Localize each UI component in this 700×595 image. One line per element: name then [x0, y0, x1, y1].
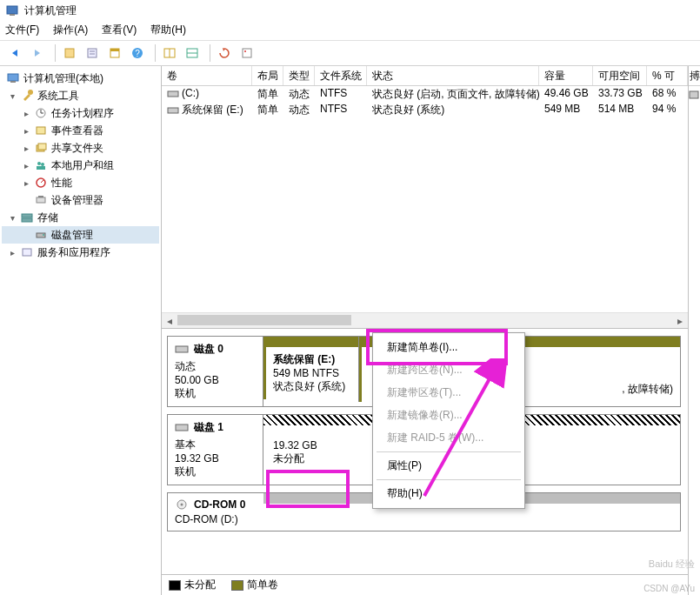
- legend: 未分配 简单卷: [162, 574, 688, 595]
- legend-swatch-simple: [231, 580, 243, 591]
- collapse-icon[interactable]: ▾: [7, 213, 17, 223]
- ctx-new-striped-volume: 新建带区卷(T)...: [375, 382, 523, 404]
- svg-line-29: [41, 180, 43, 183]
- partition-e[interactable]: 系统保留 (E:) 549 MB NTFS 状态良好 (系统): [263, 347, 358, 399]
- drive-icon: [167, 89, 179, 99]
- scroll-right-icon[interactable]: ▸: [672, 313, 688, 328]
- col-volume[interactable]: 卷: [162, 66, 252, 85]
- col-fs[interactable]: 文件系统: [315, 66, 367, 85]
- menu-view[interactable]: 查看(V): [102, 23, 137, 37]
- svg-rect-39: [176, 346, 188, 352]
- ctx-new-raid5-volume: 新建 RAID-5 卷(W)...: [375, 427, 523, 449]
- tree-services-apps[interactable]: ▸服务和应用程序: [2, 244, 159, 261]
- content-panel: 卷 布局 类型 文件系统 状态 容量 可用空间 % 可 (C:) 简单 动态 N…: [162, 66, 688, 595]
- table-header[interactable]: 卷 布局 类型 文件系统 状态 容量 可用空间 % 可: [162, 66, 688, 86]
- table-row[interactable]: (C:) 简单 动态 NTFS 状态良好 (启动, 页面文件, 故障转储) 49…: [162, 86, 688, 102]
- tree-shared-folders[interactable]: ▸共享文件夹: [2, 139, 159, 157]
- col-layout[interactable]: 布局: [252, 66, 283, 85]
- folders-icon: [34, 141, 48, 155]
- window-title: 计算机管理: [24, 3, 77, 18]
- svg-rect-24: [38, 144, 46, 150]
- refresh-button[interactable]: [215, 43, 234, 63]
- cdrom-icon: [175, 498, 189, 511]
- tree-system-tools[interactable]: ▾系统工具: [2, 87, 159, 104]
- expand-icon[interactable]: ▸: [21, 161, 31, 170]
- col-type[interactable]: 类型: [283, 66, 315, 85]
- actions-item[interactable]: [689, 90, 700, 105]
- svg-point-18: [28, 90, 33, 95]
- help-button[interactable]: ?: [128, 43, 147, 63]
- perf-icon: [34, 176, 48, 190]
- services-icon: [20, 245, 34, 259]
- col-capacity[interactable]: 容量: [539, 66, 593, 85]
- tree-root[interactable]: 计算机管理(本地): [2, 70, 159, 87]
- ctx-new-simple-volume[interactable]: 新建简单卷(I)...: [375, 337, 523, 358]
- expand-icon[interactable]: ▸: [21, 144, 31, 153]
- disk-icon: [175, 344, 189, 356]
- svg-rect-37: [168, 91, 178, 97]
- col-free[interactable]: 可用空间: [593, 66, 647, 85]
- tree-device-manager[interactable]: 设备管理器: [2, 191, 159, 209]
- horiz-scrollbar[interactable]: ◂ ▸: [162, 312, 688, 328]
- volume-table: 卷 布局 类型 文件系统 状态 容量 可用空间 % 可 (C:) 简单 动态 N…: [162, 66, 688, 329]
- svg-rect-14: [243, 49, 251, 57]
- csdn-watermark: CSDN @AYu: [643, 584, 695, 593]
- device-icon: [34, 193, 48, 207]
- svg-rect-7: [110, 49, 119, 51]
- expand-icon[interactable]: ▸: [21, 126, 31, 136]
- col-pct[interactable]: % 可: [647, 66, 688, 85]
- expand-icon[interactable]: ▸: [21, 178, 31, 188]
- tree-disk-mgmt[interactable]: 磁盘管理: [2, 226, 159, 244]
- menu-help[interactable]: 帮助(H): [150, 23, 186, 37]
- menu-file[interactable]: 文件(F): [5, 23, 39, 37]
- scroll-thumb[interactable]: [177, 313, 672, 328]
- nav-tree[interactable]: 计算机管理(本地) ▾系统工具 ▸任务计划程序 ▸事件查看器 ▸共享文件夹 ▸本…: [0, 66, 162, 595]
- svg-text:?: ?: [135, 49, 140, 58]
- collapse-icon[interactable]: ▾: [7, 91, 17, 101]
- table-body[interactable]: (C:) 简单 动态 NTFS 状态良好 (启动, 页面文件, 故障转储) 49…: [162, 86, 688, 312]
- context-menu: 新建简单卷(I)... 新建跨区卷(N)... 新建带区卷(T)... 新建镜像…: [372, 332, 525, 509]
- tool-btn-1[interactable]: [60, 43, 79, 63]
- storage-icon: [20, 211, 34, 224]
- tool-btn-3[interactable]: [105, 43, 124, 63]
- ctx-new-spanned-volume: 新建跨区卷(N)...: [375, 359, 523, 381]
- app-icon: [5, 3, 19, 17]
- ctx-separator: [377, 451, 521, 452]
- svg-rect-27: [37, 166, 45, 170]
- col-actions[interactable]: 搏: [689, 66, 700, 86]
- tree-local-users[interactable]: ▸本地用户和组: [2, 157, 159, 174]
- svg-point-15: [244, 50, 246, 52]
- tool-btn-props[interactable]: [237, 43, 257, 63]
- wrench-icon: [20, 89, 34, 103]
- tree-storage[interactable]: ▾存储: [2, 209, 159, 226]
- svg-rect-36: [23, 249, 31, 256]
- scroll-left-icon[interactable]: ◂: [162, 313, 177, 328]
- ctx-properties[interactable]: 属性(P): [375, 455, 523, 477]
- clock-icon: [34, 106, 48, 120]
- svg-point-25: [37, 162, 41, 165]
- menu-action[interactable]: 操作(A): [53, 23, 88, 37]
- expand-icon[interactable]: ▸: [7, 248, 17, 257]
- watermark: Baidu 经验: [649, 558, 695, 571]
- disk-icon: [34, 228, 48, 242]
- table-row[interactable]: 系统保留 (E:) 简单 动态 NTFS 状态良好 (系统) 549 MB 51…: [162, 102, 688, 117]
- col-status[interactable]: 状态: [367, 66, 539, 85]
- tool-btn-detail[interactable]: [183, 43, 202, 63]
- ctx-help[interactable]: 帮助(H): [375, 483, 523, 505]
- svg-point-35: [43, 234, 44, 236]
- svg-rect-22: [37, 127, 45, 134]
- computer-icon: [6, 71, 20, 85]
- menubar: 文件(F) 操作(A) 查看(V) 帮助(H): [0, 21, 700, 40]
- tree-performance[interactable]: ▸性能: [2, 174, 159, 191]
- tool-btn-2[interactable]: [83, 43, 102, 63]
- expand-icon[interactable]: ▸: [21, 109, 31, 118]
- disk-icon: [175, 422, 189, 434]
- back-button[interactable]: [5, 43, 24, 63]
- tree-event-viewer[interactable]: ▸事件查看器: [2, 122, 159, 139]
- disk-1-info: 磁盘 1 基本 19.32 GB 联机: [168, 415, 263, 485]
- svg-rect-17: [10, 81, 16, 83]
- tree-task-scheduler[interactable]: ▸任务计划程序: [2, 104, 159, 122]
- tool-btn-list[interactable]: [160, 43, 179, 63]
- forward-button[interactable]: [28, 43, 47, 63]
- ctx-new-mirrored-volume: 新建镜像卷(R)...: [375, 404, 523, 426]
